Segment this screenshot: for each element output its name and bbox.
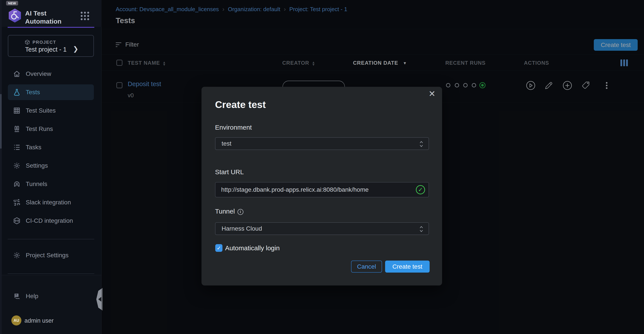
sidebar-divider [8, 273, 94, 274]
user-name[interactable]: admin user [24, 317, 54, 324]
project-selector-name: Test project - 1 [25, 46, 66, 53]
environment-label: Environment [215, 124, 252, 131]
sidebar-item-tasks[interactable]: Tasks [8, 139, 94, 155]
sidebar-item-label: Slack integration [26, 199, 71, 206]
create-test-modal: ✕ Create test Environment test Start URL… [202, 87, 442, 285]
start-url-value: http://stage.dbank.prod-apps.relicx.ai:8… [221, 186, 369, 193]
url-valid-check-icon: ✓ [416, 185, 425, 194]
sidebar-item-label: Help [26, 293, 38, 300]
sidebar: NEW AI Test Automation PROJECT Test proj… [0, 0, 102, 334]
sidebar-item-slack-integration[interactable]: Slack integration [8, 195, 94, 210]
modal-title: Create test [215, 99, 266, 110]
slack-icon [13, 199, 20, 206]
runs-icon [13, 125, 20, 133]
svg-text:?: ? [15, 293, 17, 297]
user-avatar[interactable]: AU [11, 315, 22, 325]
app-logo-icon[interactable] [8, 8, 22, 23]
project-cube-icon [25, 40, 30, 45]
collapse-arrow-icon [98, 297, 101, 302]
sidebar-item-label: Overview [26, 70, 51, 77]
help-chat-icon: ? [13, 292, 20, 300]
sidebar-item-label: Tests [26, 89, 40, 96]
close-icon[interactable]: ✕ [428, 89, 436, 99]
sidebar-item-overview[interactable]: Overview [8, 66, 94, 82]
sidebar-item-label: Tasks [26, 144, 42, 151]
new-badge: NEW [6, 1, 18, 6]
tasks-list-icon [13, 144, 20, 151]
sidebar-item-tests[interactable]: Tests [8, 84, 94, 100]
sidebar-item-project-settings[interactable]: Project Settings [8, 247, 94, 263]
tunnel-select[interactable]: Harness Cloud [215, 222, 429, 235]
start-url-label: Start URL [215, 168, 244, 176]
brand-divider [8, 27, 94, 28]
select-chevrons-icon [419, 226, 423, 233]
tunnel-label: Tunneli [215, 208, 244, 215]
app-switcher-icon[interactable] [80, 11, 90, 21]
home-icon [13, 70, 20, 78]
sidebar-item-cicd-integration[interactable]: CI-CD integration [8, 213, 94, 229]
sidebar-item-settings[interactable]: Settings [8, 158, 94, 174]
sidebar-divider [8, 239, 94, 239]
environment-select[interactable]: test [215, 137, 429, 150]
gear-icon [13, 252, 20, 259]
select-chevrons-icon [419, 140, 423, 147]
left-scrollbar-thumb[interactable] [0, 94, 2, 149]
sidebar-item-test-suites[interactable]: Test Suites [8, 103, 94, 118]
sidebar-item-test-runs[interactable]: Test Runs [8, 121, 94, 137]
gear-icon [13, 162, 20, 170]
cicd-link-icon [13, 217, 20, 225]
tunnel-value: Harness Cloud [222, 225, 262, 232]
auto-login-label: Automatically login [225, 244, 280, 252]
project-selector-label: PROJECT [32, 40, 56, 45]
sidebar-item-label: Project Settings [26, 252, 68, 259]
sidebar-item-label: Tunnels [26, 181, 47, 188]
auto-login-checkbox[interactable]: ✓ [215, 244, 222, 252]
left-scrollbar[interactable] [0, 0, 2, 334]
sidebar-item-label: Test Runs [26, 125, 53, 132]
chevron-right-icon: ❯ [73, 45, 78, 53]
info-icon[interactable]: i [238, 209, 244, 215]
grid-table-icon [13, 107, 20, 114]
tunnel-icon [13, 180, 20, 188]
cancel-button[interactable]: Cancel [351, 261, 382, 273]
sidebar-item-help[interactable]: ? Help [8, 288, 94, 304]
environment-value: test [222, 140, 232, 147]
sidebar-item-label: Settings [26, 162, 48, 169]
flask-icon [13, 89, 20, 96]
sidebar-item-label: Test Suites [26, 107, 56, 114]
sidebar-item-tunnels[interactable]: Tunnels [8, 176, 94, 192]
start-url-input[interactable]: http://stage.dbank.prod-apps.relicx.ai:8… [215, 182, 429, 197]
modal-create-test-button[interactable]: Create test [385, 261, 430, 273]
sidebar-item-label: CI-CD integration [26, 217, 73, 224]
app-title: AI Test Automation [25, 9, 72, 25]
